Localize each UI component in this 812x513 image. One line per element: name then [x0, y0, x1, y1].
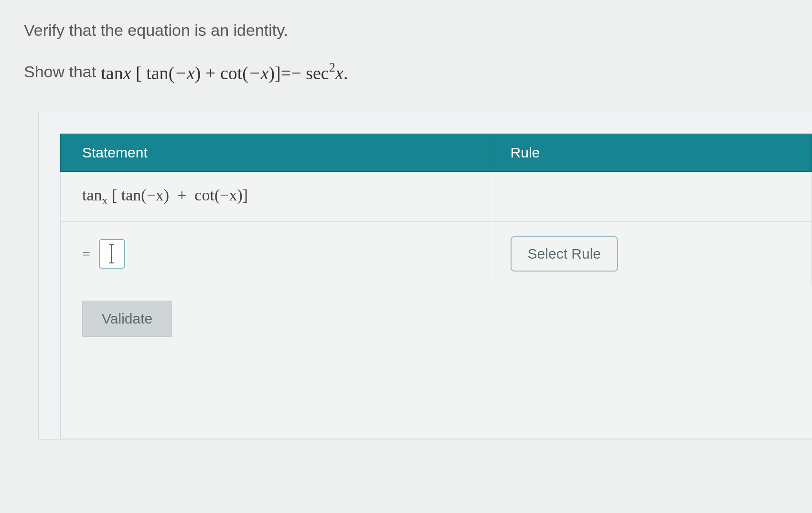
- term2-arg: −x: [248, 63, 269, 83]
- rhs-var: x: [335, 63, 343, 83]
- show-that-line: Show that tanx [ tan(−x) + cot(−x)]=− se…: [24, 61, 788, 84]
- bracket-close: ]: [275, 63, 281, 83]
- rhs-sup: 2: [329, 60, 335, 74]
- r1-bracket-open: [: [112, 186, 117, 204]
- rhs-func: sec: [306, 63, 329, 83]
- validate-cell: Validate: [61, 286, 812, 439]
- term2-paren-close: ): [269, 63, 275, 83]
- text-cursor-icon: [111, 245, 112, 262]
- r1-t1-close: ): [164, 186, 169, 204]
- r1-prefix: tan: [82, 186, 102, 204]
- rule-cell-2: Select Rule: [489, 222, 812, 286]
- term1-func: tan: [146, 63, 168, 83]
- rhs-neg: −: [291, 63, 301, 83]
- term1-paren-close: ): [195, 63, 201, 83]
- r1-t2-close: ): [237, 186, 242, 204]
- r1-sub: x: [102, 194, 108, 207]
- header-rule: Rule: [489, 134, 812, 172]
- equation-display: tanx [ tan(−x) + cot(−x)]=− sec2x.: [101, 61, 348, 84]
- r1-t2-func: cot: [194, 186, 214, 204]
- plus-sign: +: [205, 63, 215, 83]
- validate-button[interactable]: Validate: [82, 301, 172, 337]
- period: .: [343, 63, 348, 83]
- r1-t1-arg: −x: [147, 186, 164, 204]
- statement-cell-2: =: [61, 222, 489, 286]
- r1-t2-open: (: [214, 186, 220, 204]
- term2-func: cot: [220, 63, 242, 83]
- term2-paren-open: (: [242, 63, 248, 83]
- rule-cell-1: [489, 172, 812, 222]
- r1-t1-func: tan: [121, 186, 141, 204]
- r1-t2-arg: −x: [220, 186, 237, 204]
- statement-1-expression: tanx [ tan(−x) + cot(−x)]: [82, 186, 248, 204]
- proof-panel: Statement Rule tanx [ tan(−x) + cot(−x)]: [38, 112, 812, 440]
- select-rule-button[interactable]: Select Rule: [511, 236, 618, 272]
- proof-table: Statement Rule tanx [ tan(−x) + cot(−x)]: [60, 134, 812, 439]
- expression-input[interactable]: [99, 239, 125, 269]
- lhs-func: tan: [101, 63, 123, 83]
- statement-cell-1: tanx [ tan(−x) + cot(−x)]: [61, 172, 489, 222]
- term1-paren-open: (: [169, 63, 175, 83]
- r1-plus: +: [177, 186, 186, 204]
- instruction-text: Verify that the equation is an identity.: [24, 19, 788, 42]
- equals-sign: =: [281, 63, 291, 83]
- r1-bracket-close: ]: [243, 186, 248, 204]
- equals-label: =: [82, 246, 90, 262]
- lhs-var: x: [123, 63, 131, 83]
- r1-t1-open: (: [141, 186, 146, 204]
- term1-arg: −x: [174, 63, 195, 83]
- bracket-open: [: [136, 63, 142, 83]
- show-that-label: Show that: [24, 63, 96, 81]
- header-statement: Statement: [61, 134, 489, 172]
